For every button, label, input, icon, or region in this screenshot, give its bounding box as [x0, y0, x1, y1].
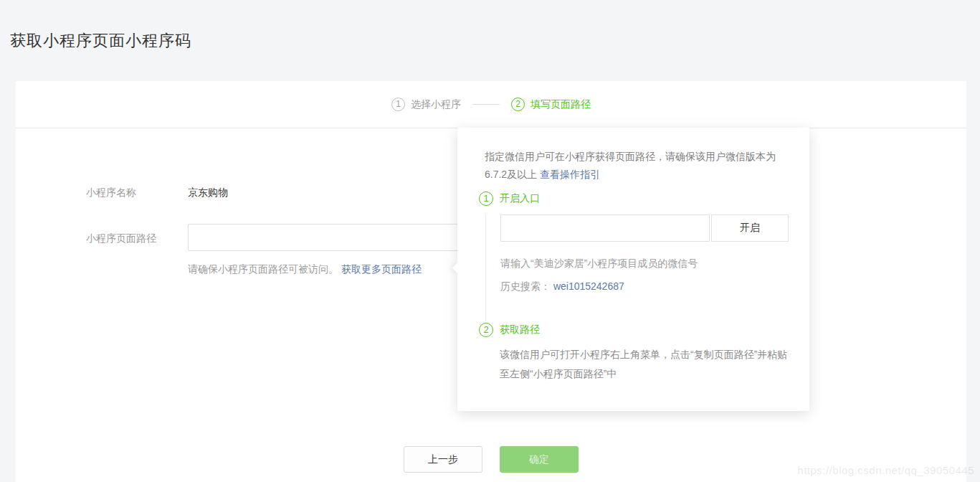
csdn-watermark: https://blog.csdn.net/qq_39050445 — [797, 464, 974, 476]
path-hint: 请确保小程序页面路径可被访问。 获取更多页面路径 — [188, 263, 422, 276]
weixin-id-hint: 请输入“美迪沙家居”小程序项目成员的微信号 — [500, 257, 698, 270]
miniprogram-name-value: 京东购物 — [188, 186, 228, 199]
step-1-circle: 1 — [391, 98, 405, 111]
miniprogram-name-label: 小程序名称 — [86, 186, 136, 199]
popover-step-1-circle: 1 — [479, 192, 493, 206]
popover-step-2-circle: 2 — [479, 323, 493, 337]
get-more-paths-link[interactable]: 获取更多页面路径 — [341, 263, 422, 275]
stepper-connector-line — [472, 104, 500, 105]
popover-step-connector-line — [485, 214, 486, 322]
history-search-value-link[interactable]: wei1015242687 — [553, 280, 624, 292]
view-guide-link[interactable]: 查看操作指引 — [540, 169, 600, 180]
popover-step-2-title: 获取路径 — [500, 323, 540, 336]
stepper: 1 选择小程序 2 填写页面路径 — [391, 98, 591, 111]
open-entry-button[interactable]: 开启 — [711, 214, 789, 242]
popover-step-2-heading: 2 获取路径 — [479, 323, 540, 337]
popover-step-1-heading: 1 开启入口 — [479, 192, 540, 206]
step-2-label: 填写页面路径 — [531, 98, 591, 111]
popover-intro-text: 指定微信用户可在小程序获得页面路径，请确保该用户微信版本为6.7.2及以上 — [485, 151, 776, 180]
popover-step-1-title: 开启入口 — [500, 192, 540, 205]
confirm-button[interactable]: 确定 — [500, 446, 579, 473]
stepper-header: 1 选择小程序 2 填写页面路径 — [16, 81, 966, 128]
page-path-help-popover: 指定微信用户可在小程序获得页面路径，请确保该用户微信版本为6.7.2及以上 查看… — [457, 128, 809, 411]
page-path-label: 小程序页面路径 — [86, 232, 156, 245]
weixin-id-input[interactable] — [500, 214, 710, 242]
step-select-miniprogram: 1 选择小程序 — [391, 98, 461, 111]
popover-intro: 指定微信用户可在小程序获得页面路径，请确保该用户微信版本为6.7.2及以上 查看… — [485, 148, 789, 184]
step-2-circle: 2 — [511, 98, 525, 111]
history-search-row: 历史搜索： wei1015242687 — [500, 280, 624, 293]
step-fill-page-path: 2 填写页面路径 — [511, 98, 591, 111]
previous-step-button[interactable]: 上一步 — [404, 446, 482, 473]
path-hint-text: 请确保小程序页面路径可被访问。 — [188, 263, 338, 275]
page-title: 获取小程序页面小程序码 — [10, 30, 191, 52]
weixin-id-input-group: 开启 — [500, 214, 789, 242]
step-1-label: 选择小程序 — [411, 98, 461, 111]
page-path-input[interactable] — [188, 224, 489, 251]
popover-step-2-description: 该微信用户可打开小程序右上角菜单，点击“复制页面路径”并粘贴至左侧“小程序页面路… — [500, 345, 789, 384]
history-search-label: 历史搜索： — [500, 280, 551, 292]
